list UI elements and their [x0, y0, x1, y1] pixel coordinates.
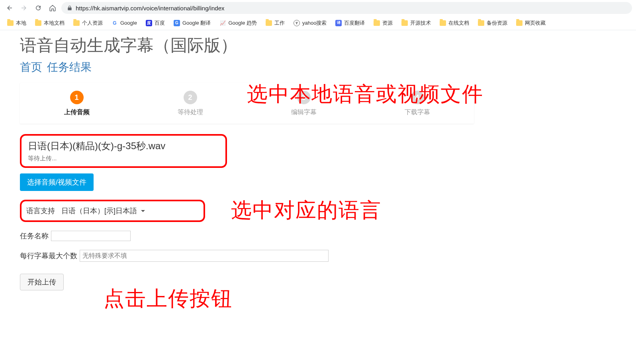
max-chars-label: 每行字幕最大个数: [20, 251, 77, 261]
annotation-click-upload: 点击上传按钮: [104, 286, 233, 311]
task-name-label: 任务名称: [20, 231, 49, 241]
bookmark-item[interactable]: 资源: [370, 18, 396, 28]
folder-icon: [478, 20, 484, 26]
breadcrumb: 首页 任务结果: [20, 60, 616, 75]
bookmark-item[interactable]: 译百度翻译: [332, 18, 368, 28]
arrow-left-icon: [6, 4, 13, 12]
reload-icon: [35, 4, 42, 12]
start-upload-button[interactable]: 开始上传: [20, 274, 64, 290]
bookmark-item[interactable]: 个人资源: [70, 18, 106, 28]
browser-toolbar: https://hk.aismartvip.com/voice/internat…: [0, 0, 636, 16]
baidu-icon: 度: [146, 20, 152, 26]
bookmark-label: 在线文档: [448, 19, 469, 27]
arrow-right-icon: [20, 4, 27, 12]
step-label: 等待处理: [133, 108, 247, 117]
language-value: 日语（日本）[示]日本語: [61, 206, 137, 216]
bookmark-item[interactable]: GGoogle 翻译: [170, 18, 214, 28]
upload-status: 等待上传...: [28, 155, 219, 162]
bookmark-label: 备份资源: [487, 19, 507, 27]
bookmarks-bar: 本地本地文档个人资源GGoogle度百度GGoogle 翻译📈Google 趋势…: [0, 16, 636, 30]
max-chars-row: 每行字幕最大个数: [20, 250, 616, 262]
bookmark-item[interactable]: 📈Google 趋势: [216, 18, 260, 28]
bookmark-item[interactable]: 本地文档: [32, 18, 68, 28]
bookmark-item[interactable]: 备份资源: [475, 18, 511, 28]
max-chars-input[interactable]: [80, 250, 329, 262]
annotation-select-language: 选中对应的语言: [231, 197, 382, 223]
bookmark-item[interactable]: GGoogle: [108, 18, 140, 28]
step-number: 2: [184, 91, 197, 104]
step-number: 1: [70, 91, 84, 104]
bookmark-label: 开源技术: [410, 19, 431, 27]
bookmark-label: 工作: [274, 19, 285, 27]
folder-icon: [516, 20, 522, 26]
breadcrumb-home[interactable]: 首页: [20, 61, 42, 73]
bookmark-label: yahoo搜索: [302, 19, 327, 27]
bookmark-label: Google: [120, 20, 137, 26]
bookmark-item[interactable]: 度百度: [143, 18, 168, 28]
back-button[interactable]: [4, 2, 15, 14]
home-button[interactable]: [47, 2, 58, 14]
folder-icon: [374, 20, 380, 26]
folder-icon: [440, 20, 446, 26]
folder-icon: [266, 20, 272, 26]
bookmark-item[interactable]: Yyahoo搜索: [290, 18, 330, 28]
file-upload-annotation-box: 日语(日本)(精品)(女)-g-35秒.wav 等待上传...: [20, 134, 227, 168]
step-item: 1上传音频: [20, 91, 133, 117]
folder-icon: [35, 20, 41, 26]
breadcrumb-results[interactable]: 任务结果: [47, 61, 92, 73]
bookmark-label: 本地文档: [44, 19, 65, 27]
step-label: 编辑字幕: [247, 108, 360, 117]
page-content: 语音自动生成字幕（国际版） 首页 任务结果 1上传音频2等待处理3编辑字幕4下载…: [0, 30, 636, 294]
folder-icon: [401, 20, 408, 26]
bookmark-label: 资源: [382, 19, 393, 27]
url-text: https://hk.aismartvip.com/voice/internat…: [76, 5, 225, 12]
bookmark-item[interactable]: 在线文档: [436, 18, 472, 28]
task-name-input[interactable]: [51, 231, 131, 241]
address-bar[interactable]: https://hk.aismartvip.com/voice/internat…: [61, 2, 632, 14]
page-title: 语音自动生成字幕（国际版）: [20, 34, 616, 56]
bookmark-item[interactable]: 本地: [4, 18, 29, 28]
step-label: 上传音频: [20, 108, 133, 117]
language-annotation-box: 语言支持 日语（日本）[示]日本語: [20, 200, 205, 222]
step-label: 下载字幕: [360, 108, 474, 117]
google-translate-icon: G: [174, 20, 180, 26]
forward-button[interactable]: [18, 2, 29, 14]
bookmark-item[interactable]: 网页收藏: [513, 18, 549, 28]
bookmark-label: Google 趋势: [228, 19, 257, 27]
lock-icon: [67, 5, 72, 11]
select-file-button[interactable]: 选择音频/视频文件: [20, 173, 94, 191]
task-name-row: 任务名称: [20, 231, 616, 241]
baidu-translate-icon: 译: [335, 20, 342, 26]
bookmark-label: 个人资源: [82, 19, 103, 27]
bookmark-label: Google 翻译: [182, 19, 211, 27]
bookmark-item[interactable]: 开源技术: [398, 18, 434, 28]
google-icon: G: [112, 20, 118, 26]
folder-icon: [73, 20, 80, 26]
language-label: 语言支持: [26, 206, 55, 216]
step-item: 2等待处理: [133, 91, 247, 117]
folder-icon: [7, 20, 14, 26]
bookmark-label: 本地: [16, 19, 26, 27]
bookmark-label: 百度: [155, 19, 165, 27]
home-icon: [49, 4, 56, 12]
language-dropdown[interactable]: 日语（日本）[示]日本語: [59, 204, 147, 217]
bookmark-label: 百度翻译: [344, 19, 365, 27]
selected-file-name: 日语(日本)(精品)(女)-g-35秒.wav: [28, 140, 219, 152]
caret-down-icon: [141, 210, 145, 212]
bookmark-label: 网页收藏: [525, 19, 546, 27]
yahoo-icon: Y: [294, 20, 300, 26]
bookmark-item[interactable]: 工作: [262, 18, 288, 28]
trends-icon: 📈: [219, 20, 226, 26]
reload-button[interactable]: [33, 2, 44, 14]
annotation-select-file: 选中本地语音或视频文件: [247, 81, 526, 107]
